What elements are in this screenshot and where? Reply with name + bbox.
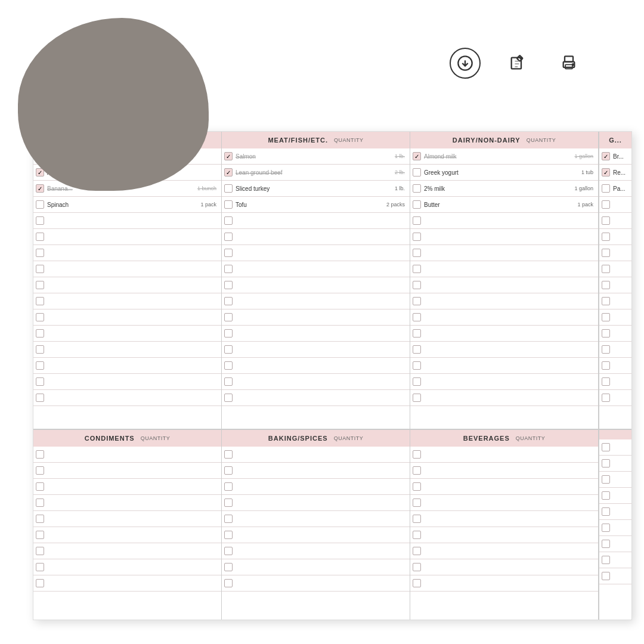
checkbox[interactable] bbox=[413, 515, 421, 523]
checkbox[interactable] bbox=[36, 450, 44, 459]
checkbox[interactable] bbox=[413, 466, 421, 475]
checkbox[interactable] bbox=[224, 281, 233, 289]
checkbox[interactable] bbox=[602, 361, 610, 370]
checkbox[interactable] bbox=[413, 184, 421, 193]
checkbox[interactable] bbox=[224, 563, 233, 571]
checkbox[interactable] bbox=[602, 265, 610, 273]
checkbox[interactable] bbox=[224, 184, 233, 193]
checkbox[interactable] bbox=[602, 249, 610, 257]
checkbox[interactable] bbox=[413, 450, 421, 459]
checkbox[interactable] bbox=[224, 345, 233, 354]
checkbox[interactable] bbox=[413, 579, 421, 587]
checkbox[interactable] bbox=[413, 249, 421, 257]
checkbox[interactable] bbox=[602, 491, 610, 500]
checkbox[interactable] bbox=[224, 579, 233, 587]
checkbox[interactable] bbox=[224, 499, 233, 507]
checkbox[interactable] bbox=[602, 524, 610, 532]
checkbox[interactable] bbox=[224, 265, 233, 273]
checkbox[interactable] bbox=[413, 313, 421, 321]
checkbox[interactable] bbox=[413, 361, 421, 370]
checkbox[interactable] bbox=[224, 482, 233, 491]
checkbox[interactable] bbox=[36, 361, 44, 370]
checkbox[interactable]: ✓ bbox=[224, 168, 233, 177]
checkbox[interactable] bbox=[36, 216, 44, 225]
checkbox[interactable] bbox=[602, 540, 610, 548]
checkbox[interactable] bbox=[413, 482, 421, 491]
checkbox[interactable] bbox=[36, 531, 44, 539]
checkbox[interactable] bbox=[36, 297, 44, 305]
checkbox[interactable] bbox=[36, 281, 44, 289]
checkbox[interactable]: ✓ bbox=[413, 152, 421, 160]
checkbox[interactable] bbox=[413, 547, 421, 555]
checkbox[interactable] bbox=[224, 216, 233, 225]
checkbox[interactable]: ✓ bbox=[224, 152, 233, 160]
checkbox[interactable] bbox=[224, 531, 233, 539]
checkbox[interactable] bbox=[602, 200, 610, 209]
checkbox[interactable] bbox=[602, 443, 610, 451]
checkbox[interactable] bbox=[36, 329, 44, 338]
checkbox[interactable] bbox=[602, 297, 610, 305]
checkbox[interactable] bbox=[36, 515, 44, 523]
checkbox[interactable] bbox=[36, 563, 44, 571]
checkbox[interactable] bbox=[413, 531, 421, 539]
checkbox[interactable] bbox=[602, 281, 610, 289]
checkbox[interactable] bbox=[224, 313, 233, 321]
checkbox[interactable] bbox=[602, 184, 610, 193]
checkbox[interactable] bbox=[413, 233, 421, 241]
checkbox[interactable]: ✓ bbox=[602, 168, 610, 177]
checkbox[interactable] bbox=[224, 466, 233, 475]
checkbox[interactable] bbox=[413, 265, 421, 273]
checkbox[interactable] bbox=[224, 450, 233, 459]
checkbox[interactable] bbox=[413, 329, 421, 338]
checkbox[interactable] bbox=[602, 507, 610, 516]
checkbox[interactable] bbox=[36, 466, 44, 475]
checkbox[interactable] bbox=[36, 313, 44, 321]
checkbox[interactable] bbox=[413, 168, 421, 177]
checkbox[interactable] bbox=[413, 345, 421, 354]
checkbox[interactable]: ✓ bbox=[36, 184, 44, 193]
checkbox[interactable] bbox=[36, 394, 44, 402]
checkbox[interactable] bbox=[602, 394, 610, 402]
checkbox[interactable] bbox=[224, 297, 233, 305]
checkbox[interactable] bbox=[413, 563, 421, 571]
checkbox[interactable] bbox=[602, 475, 610, 484]
checkbox[interactable] bbox=[602, 377, 610, 386]
checkbox[interactable] bbox=[36, 233, 44, 241]
checkbox[interactable] bbox=[413, 200, 421, 209]
checkbox[interactable] bbox=[36, 499, 44, 507]
checkbox[interactable] bbox=[602, 216, 610, 225]
checkbox[interactable] bbox=[224, 249, 233, 257]
checkbox[interactable] bbox=[413, 216, 421, 225]
checkbox[interactable] bbox=[36, 579, 44, 587]
checkbox[interactable] bbox=[602, 313, 610, 321]
checkbox[interactable] bbox=[413, 394, 421, 402]
checkbox[interactable] bbox=[36, 265, 44, 273]
checkbox[interactable] bbox=[413, 499, 421, 507]
edit-icon[interactable] bbox=[501, 48, 532, 79]
checkbox[interactable] bbox=[413, 281, 421, 289]
checkbox[interactable] bbox=[602, 572, 610, 580]
download-icon[interactable] bbox=[450, 48, 481, 79]
checkbox[interactable] bbox=[602, 329, 610, 338]
checkbox[interactable] bbox=[36, 547, 44, 555]
checkbox[interactable] bbox=[602, 345, 610, 354]
checkbox[interactable] bbox=[36, 345, 44, 354]
checkbox[interactable] bbox=[224, 329, 233, 338]
checkbox[interactable] bbox=[224, 547, 233, 555]
checkbox[interactable] bbox=[602, 233, 610, 241]
checkbox[interactable] bbox=[224, 394, 233, 402]
checkbox[interactable] bbox=[36, 377, 44, 386]
checkbox[interactable] bbox=[224, 377, 233, 386]
checkbox[interactable] bbox=[224, 200, 233, 209]
checkbox[interactable] bbox=[224, 233, 233, 241]
checkbox[interactable] bbox=[602, 459, 610, 467]
checkbox[interactable] bbox=[224, 515, 233, 523]
checkbox[interactable] bbox=[224, 361, 233, 370]
checkbox[interactable] bbox=[36, 482, 44, 491]
checkbox[interactable]: ✓ bbox=[602, 152, 610, 160]
print-icon[interactable] bbox=[553, 48, 584, 79]
checkbox[interactable] bbox=[413, 297, 421, 305]
checkbox[interactable] bbox=[36, 249, 44, 257]
checkbox[interactable] bbox=[602, 556, 610, 564]
checkbox[interactable] bbox=[413, 377, 421, 386]
